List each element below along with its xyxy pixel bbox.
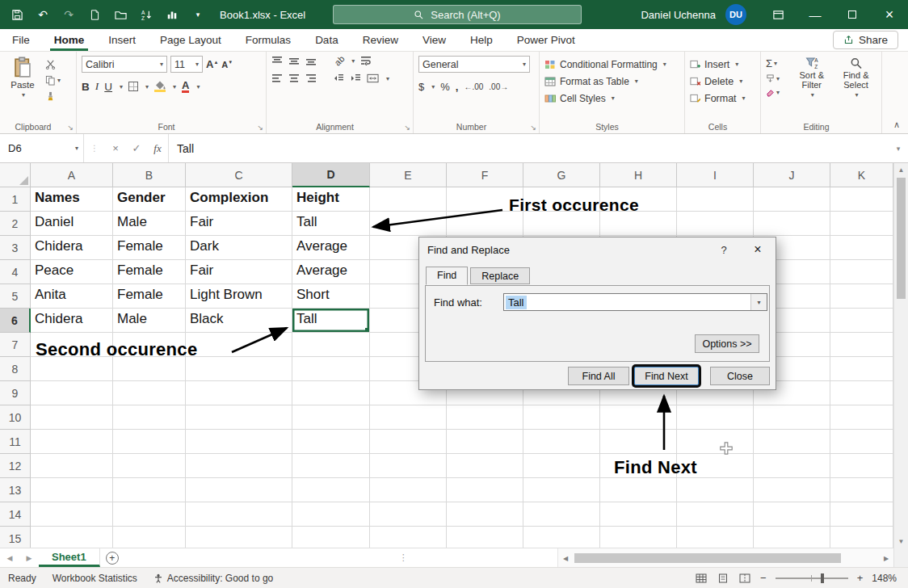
wrap-text-icon[interactable] [360, 56, 372, 65]
decrease-font-size-button[interactable]: A▼ [221, 60, 233, 69]
increase-indent-icon[interactable] [350, 74, 361, 83]
column-header-I[interactable]: I [677, 163, 754, 187]
cell-E2[interactable] [370, 212, 447, 236]
cell-G13[interactable] [523, 478, 600, 502]
zoom-in-button[interactable]: + [857, 572, 864, 584]
cell-D4[interactable]: Average [292, 260, 370, 284]
ribbon-display-options-icon[interactable] [759, 0, 797, 29]
find-what-dropdown-icon[interactable]: ▾ [750, 294, 767, 310]
zoom-slider-thumb[interactable] [821, 573, 824, 583]
cell-B9[interactable] [113, 381, 186, 405]
row-header-2[interactable]: 2 [0, 212, 31, 236]
ribbon-tab-data[interactable]: Data [303, 29, 351, 51]
ribbon-tab-file[interactable]: File [0, 29, 42, 51]
dialog-close-icon[interactable]: × [740, 237, 776, 262]
cut-button[interactable] [45, 59, 61, 69]
cell-J10[interactable] [754, 405, 830, 430]
number-format-combobox[interactable]: General ▾ [418, 56, 530, 73]
accounting-format-button[interactable]: $ [418, 81, 424, 93]
new-file-icon[interactable] [87, 7, 102, 22]
undo-icon[interactable]: ↶ [36, 7, 50, 22]
decrease-indent-icon[interactable] [333, 74, 344, 83]
cell-G2[interactable] [523, 212, 600, 236]
cell-F10[interactable] [447, 405, 523, 430]
cell-E13[interactable] [370, 478, 447, 502]
cell-C10[interactable] [186, 405, 292, 430]
align-top-icon[interactable] [271, 56, 283, 65]
zoom-slider[interactable] [776, 578, 848, 579]
column-header-H[interactable]: H [600, 163, 677, 187]
cell-B12[interactable] [113, 454, 186, 478]
cell-C5[interactable]: Light Brown [186, 284, 292, 309]
cell-A15[interactable] [31, 527, 113, 548]
cell-H2[interactable] [600, 212, 677, 236]
cell-I10[interactable] [677, 405, 754, 430]
cell-E14[interactable] [370, 502, 447, 527]
cell-C15[interactable] [186, 527, 292, 548]
cell-E11[interactable] [370, 430, 447, 454]
horizontal-scrollbar[interactable]: ◀ ▶ [557, 548, 893, 568]
ribbon-tab-page-layout[interactable]: Page Layout [148, 29, 233, 51]
chart-icon[interactable] [165, 7, 179, 22]
find-next-button[interactable]: Find Next [634, 367, 699, 385]
cell-D15[interactable] [292, 527, 370, 548]
vertical-scrollbar[interactable]: ▲ ▼ [893, 163, 908, 548]
cell-C14[interactable] [186, 502, 292, 527]
row-header-3[interactable]: 3 [0, 236, 31, 260]
find-all-button[interactable]: Find All [568, 367, 629, 385]
column-header-C[interactable]: C [186, 163, 292, 187]
cell-K4[interactable] [830, 260, 893, 284]
cell-H13[interactable] [600, 478, 677, 502]
cell-I14[interactable] [677, 502, 754, 527]
align-middle-icon[interactable] [288, 56, 300, 65]
ribbon-tab-insert[interactable]: Insert [96, 29, 148, 51]
cell-B10[interactable] [113, 405, 186, 430]
cell-G12[interactable] [523, 454, 600, 478]
cell-D9[interactable] [292, 381, 370, 405]
cell-K1[interactable] [830, 187, 893, 212]
delete-cells-button[interactable]: Delete ▾ [690, 73, 757, 90]
row-header-1[interactable]: 1 [0, 187, 31, 212]
cell-B13[interactable] [113, 478, 186, 502]
cell-A5[interactable]: Anita [31, 284, 113, 309]
cell-B1[interactable]: Gender [113, 187, 186, 212]
sheet-nav-right-icon[interactable]: ▶ [19, 548, 39, 567]
cell-A10[interactable] [31, 405, 113, 430]
cell-C9[interactable] [186, 381, 292, 405]
scroll-left-button[interactable]: ◀ [558, 555, 573, 562]
cell-F12[interactable] [447, 454, 523, 478]
cell-I2[interactable] [677, 212, 754, 236]
cell-D6[interactable]: Tall [292, 309, 370, 333]
merge-center-icon[interactable] [367, 74, 379, 83]
tab-splitter[interactable]: ⋮ [399, 548, 408, 567]
minimize-button[interactable]: — [797, 0, 834, 29]
row-header-9[interactable]: 9 [0, 381, 31, 405]
cell-F15[interactable] [447, 527, 523, 548]
align-right-icon[interactable] [305, 74, 317, 83]
open-folder-icon[interactable] [113, 7, 128, 22]
cell-J14[interactable] [754, 502, 830, 527]
cell-A6[interactable]: Chidera [31, 309, 113, 333]
cell-D14[interactable] [292, 502, 370, 527]
align-left-icon[interactable] [271, 74, 283, 83]
dialog-tab-find[interactable]: Find [426, 267, 468, 285]
qat-customize-chevron-icon[interactable]: ▾ [191, 7, 205, 22]
clear-button[interactable]: ▾ [766, 88, 789, 97]
ribbon-tab-formulas[interactable]: Formulas [233, 29, 303, 51]
cell-C13[interactable] [186, 478, 292, 502]
options-button[interactable]: Options >> [695, 334, 759, 353]
maximize-button[interactable] [834, 0, 871, 29]
page-break-view-icon[interactable] [738, 573, 751, 584]
cell-A2[interactable]: Daniel [31, 212, 113, 236]
paste-button[interactable]: Paste ▾ [5, 56, 40, 102]
row-header-10[interactable]: 10 [0, 405, 31, 430]
alignment-dialog-launcher-icon[interactable]: ↘ [404, 124, 410, 132]
cell-styles-button[interactable]: Cell Styles ▾ [544, 90, 681, 107]
cell-A4[interactable]: Peace [31, 260, 113, 284]
sort-filter-button[interactable]: AZ Sort & Filter ▾ [789, 56, 834, 100]
font-name-combobox[interactable]: Calibri ▾ [82, 56, 167, 73]
scroll-up-button[interactable]: ▲ [894, 163, 908, 176]
accessibility-status[interactable]: Accessibility: Good to go [145, 573, 281, 584]
cell-G14[interactable] [523, 502, 600, 527]
cell-J1[interactable] [754, 187, 830, 212]
